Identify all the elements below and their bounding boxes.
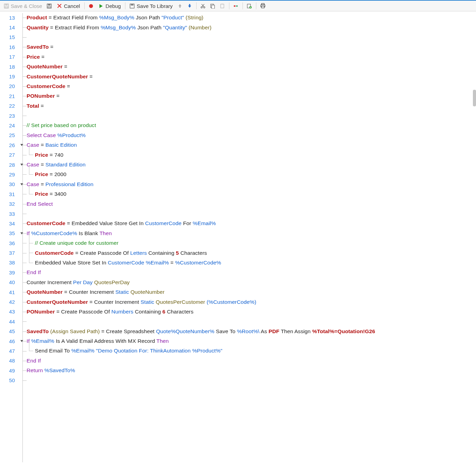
svg-rect-19	[261, 3, 264, 5]
token-brn: QuotesPerCustomer	[156, 299, 205, 305]
main-toolbar: Save & Close Cancel Debug Save To Librar…	[0, 0, 476, 11]
save-close-button[interactable]: Save & Close	[1, 1, 44, 11]
code-line[interactable]: End If	[27, 356, 476, 366]
token-plain: =	[49, 44, 54, 50]
paste-button[interactable]	[218, 1, 227, 11]
code-line[interactable]	[27, 209, 476, 219]
code-line[interactable]: If %CustomerCode% Is Blank Then	[27, 229, 476, 238]
code-line[interactable]: SavedTo =	[27, 42, 476, 52]
line-number: 36	[0, 238, 19, 248]
svg-rect-16	[236, 5, 238, 7]
token-plain: Containing	[147, 250, 176, 256]
line-number: 50	[0, 375, 19, 385]
code-line[interactable]: End Select	[27, 199, 476, 209]
line-number: 16	[0, 42, 19, 52]
code-line[interactable]: // Create unique code for customer	[27, 238, 476, 248]
code-line[interactable]: Product = Extract Field From %Msg_Body% …	[27, 13, 476, 22]
code-line[interactable]: Case = Professional Edition	[27, 180, 476, 189]
code-line[interactable]: QuoteNumber =	[27, 62, 476, 71]
code-line[interactable]: CustomerCode =	[27, 81, 476, 91]
code-line[interactable]: Price = 740	[27, 150, 476, 160]
code-line[interactable]: End If	[27, 268, 476, 277]
code-line[interactable]	[27, 111, 476, 120]
line-number: 21	[0, 91, 19, 101]
tree-branch	[22, 174, 27, 175]
code-line[interactable]: Price = 3400	[27, 189, 476, 199]
tree-branch	[22, 263, 27, 263]
scrollbar-thumb[interactable]	[473, 90, 476, 106]
token-kw: Case	[27, 162, 39, 167]
token-kw2: Numbers	[112, 309, 134, 315]
debug-button[interactable]: Debug	[96, 1, 123, 11]
code-line[interactable]: CustomerCode = Create Passcode Of Letter…	[27, 248, 476, 258]
code-line[interactable]: Case = Standard Edition	[27, 160, 476, 170]
line-number: 35	[0, 229, 19, 238]
cancel-button[interactable]: Cancel	[55, 1, 82, 11]
token-kw2: Static	[115, 289, 129, 295]
code-line[interactable]: Embedded Value Store Set In CustomerCode…	[27, 258, 476, 268]
code-line[interactable]: Quantity = Extract Field From %Msg_Body%…	[27, 22, 476, 32]
cut-button[interactable]	[199, 1, 208, 11]
line-number: 23	[0, 111, 19, 120]
line-number: 15	[0, 32, 19, 42]
tree-branch	[22, 302, 27, 302]
token-var: CustomerCode	[27, 83, 65, 89]
line-number: 22	[0, 101, 19, 111]
code-line[interactable]: CustomerCode = Embedded Value Store Get …	[27, 219, 476, 228]
print-icon	[260, 3, 266, 9]
insert-button[interactable]	[245, 1, 254, 11]
token-kw: Then	[99, 230, 112, 236]
move-down-button[interactable]	[185, 1, 194, 11]
tree-branch	[22, 253, 27, 253]
line-number: 25	[0, 130, 19, 140]
code-line[interactable]: Price = 2000	[27, 170, 476, 179]
record-button[interactable]	[87, 1, 96, 11]
token-kw: Then	[156, 338, 169, 344]
code-area[interactable]: Product = Extract Field From %Msg_Body% …	[27, 11, 476, 464]
code-line[interactable]: Counter Increment Per Day QuotesPerDay	[27, 278, 476, 287]
line-number: 14	[0, 22, 19, 32]
token-kw: Select Case	[27, 132, 57, 138]
code-line[interactable]: PONumber =	[27, 91, 476, 101]
token-pct: %Email%	[71, 348, 94, 354]
code-line[interactable]: Select Case %Product%	[27, 130, 476, 140]
code-line[interactable]	[27, 375, 476, 385]
code-line[interactable]: If %Email% Is A Valid Email Address With…	[27, 336, 476, 346]
code-line[interactable]: PONumber = Create Passcode Of Numbers Co…	[27, 307, 476, 317]
code-line[interactable]: Price =	[27, 52, 476, 62]
fold-gutter	[19, 11, 27, 464]
token-kw2: Per Day	[73, 279, 93, 285]
code-line[interactable]: Return %SavedTo%	[27, 366, 476, 375]
breakpoint-button[interactable]	[231, 1, 240, 11]
save-library-button[interactable]: Save To Library	[127, 1, 175, 11]
code-line[interactable]: CustomerQuoteNumber =	[27, 71, 476, 81]
code-line[interactable]: QuoteNumber = Counter Increment Static Q…	[27, 287, 476, 297]
record-icon	[88, 3, 94, 9]
code-line[interactable]: SavedTo (Assign Saved Path) = Create Spr…	[27, 327, 476, 336]
token-plain: =	[48, 171, 54, 177]
token-kw2: Professional Edition	[46, 181, 94, 187]
token-brn: QuoteNumber	[131, 289, 164, 295]
copy-button[interactable]	[208, 1, 217, 11]
code-line[interactable]: CustomerQuoteNumber = Counter Increment …	[27, 297, 476, 307]
code-line[interactable]: Send Email To %Email% "Demo Quotation Fo…	[27, 346, 476, 356]
tree-branch	[22, 341, 27, 341]
token-plain: = Counter Increment	[63, 289, 115, 295]
line-number: 17	[0, 52, 19, 62]
move-up-button[interactable]	[175, 1, 184, 11]
code-line[interactable]: Case = Basic Edition	[27, 140, 476, 150]
svg-rect-14	[221, 3, 223, 4]
token-plain: =	[39, 103, 44, 109]
token-plain: Is Blank	[77, 230, 99, 236]
print-button[interactable]	[258, 1, 267, 11]
save-button[interactable]	[45, 1, 54, 11]
token-plain: =	[48, 191, 54, 197]
token-var: SavedTo	[27, 328, 49, 334]
code-line[interactable]	[27, 317, 476, 326]
code-line[interactable]: // Set price based on product	[27, 120, 476, 130]
token-var: SavedTo	[27, 44, 49, 50]
token-var: QuoteNumber	[27, 64, 63, 69]
tree-branch	[22, 214, 27, 214]
code-line[interactable]: Total =	[27, 101, 476, 111]
code-line[interactable]	[27, 32, 476, 42]
